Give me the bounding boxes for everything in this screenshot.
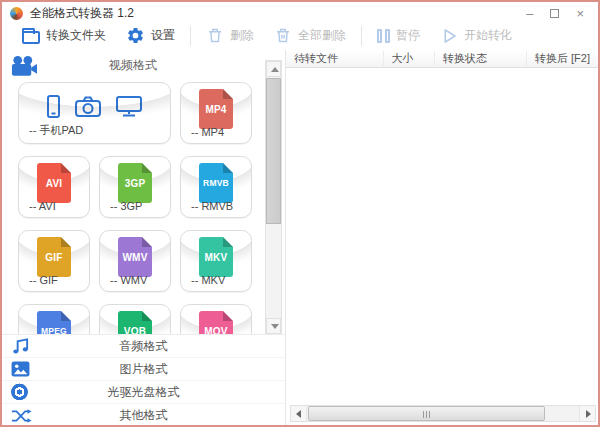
- format-card-vob[interactable]: VOB: [99, 304, 171, 334]
- card-label: -- MKV: [191, 274, 225, 286]
- music-icon: [11, 337, 30, 355]
- format-card-mp4[interactable]: MP4 -- MP4: [180, 82, 252, 144]
- camera-icon: [75, 96, 101, 117]
- settings-button[interactable]: 设置: [116, 26, 185, 45]
- file-icon-wmv: WMV: [118, 237, 152, 277]
- menu-item-image-format[interactable]: 图片格式: [2, 358, 285, 381]
- monitor-icon: [116, 96, 142, 117]
- scroll-left-button[interactable]: [291, 406, 307, 421]
- app-window: { "window": { "title": "全能格式转换器 1.2", "m…: [0, 0, 600, 427]
- card-label: -- 3GP: [110, 200, 142, 212]
- file-icon-gif: GIF: [37, 237, 71, 277]
- convert-folder-button[interactable]: 转换文件夹: [12, 27, 116, 44]
- delete-all-button[interactable]: 全部删除: [264, 26, 356, 45]
- disc-icon: [11, 384, 28, 401]
- trash-icon: [206, 26, 224, 45]
- image-icon: [11, 361, 30, 377]
- app-title: 全能格式转换器 1.2: [30, 5, 134, 22]
- video-camera-icon: [10, 55, 37, 77]
- menu-item-disc-format[interactable]: 光驱光盘格式: [2, 381, 285, 404]
- file-icon-mpeg: MPEG: [37, 311, 71, 334]
- menu-item-audio-format[interactable]: 音频格式: [2, 335, 285, 358]
- card-label: -- 手机PAD: [29, 123, 83, 138]
- file-icon-3gp: 3GP: [118, 163, 152, 203]
- card-label: -- AVI: [29, 200, 56, 212]
- format-card-avi[interactable]: AVI -- AVI: [18, 156, 90, 218]
- format-card-mov[interactable]: MOV: [180, 304, 252, 334]
- maximize-button[interactable]: [550, 9, 559, 18]
- format-card-gif[interactable]: GIF -- GIF: [18, 230, 90, 292]
- close-button[interactable]: ×: [576, 8, 584, 20]
- column-header-pending-file[interactable]: 待转文件: [286, 51, 384, 66]
- column-header-status[interactable]: 转换状态: [435, 51, 527, 66]
- scroll-up-button[interactable]: [266, 61, 281, 77]
- card-label: -- WMV: [110, 274, 147, 286]
- column-header-converted[interactable]: 转换后 [F2]: [527, 51, 598, 66]
- table-header: 待转文件 大小 转换状态 转换后 [F2]: [286, 50, 598, 68]
- file-icon-mkv: MKV: [199, 237, 233, 277]
- format-card-mpeg[interactable]: MPEG: [18, 304, 90, 334]
- format-card-wmv[interactable]: WMV -- WMV: [99, 230, 171, 292]
- title-bar: 全能格式转换器 1.2 – ×: [2, 2, 598, 22]
- toolbar: 转换文件夹 设置 删除 全部删除 暂停 开始转化: [2, 22, 598, 49]
- video-format-header: 视频格式: [2, 50, 285, 82]
- format-grid-scrollbar[interactable]: [265, 60, 282, 335]
- folder-icon: [22, 27, 40, 44]
- window-controls: – ×: [526, 8, 592, 20]
- minimize-button[interactable]: –: [526, 8, 533, 20]
- category-menu: 音频格式 图片格式 光驱光盘格式 其他格式: [2, 334, 285, 427]
- format-card-rmvb[interactable]: RMVB -- RMVB: [180, 156, 252, 218]
- card-label: -- GIF: [29, 274, 58, 286]
- file-icon-mp4: MP4: [199, 89, 233, 129]
- shuffle-icon: [11, 408, 32, 424]
- delete-button[interactable]: 删除: [196, 26, 264, 45]
- trash-all-icon: [274, 26, 292, 45]
- phone-icon: [47, 95, 60, 118]
- format-card-phone-pad[interactable]: -- 手机PAD: [18, 82, 171, 144]
- card-label: -- RMVB: [191, 200, 233, 212]
- hscrollbar-thumb[interactable]: [308, 406, 545, 421]
- start-convert-button[interactable]: 开始转化: [430, 27, 522, 45]
- app-logo-icon: [10, 7, 23, 20]
- pause-icon: [377, 29, 390, 43]
- card-label: -- MP4: [191, 126, 224, 138]
- file-icon-vob: VOB: [118, 311, 152, 334]
- gear-icon: [126, 26, 145, 45]
- play-icon: [440, 27, 458, 45]
- panel-title: 视频格式: [2, 50, 264, 80]
- file-icon-rmvb: RMVB: [199, 163, 233, 203]
- toolbar-separator: [361, 26, 362, 46]
- toolbar-separator: [190, 26, 191, 46]
- scroll-down-button[interactable]: [266, 318, 281, 334]
- format-grid: -- 手机PAD MP4 -- MP4 AVI -- AVI 3GP -- 3G…: [2, 82, 264, 334]
- scrollbar-thumb[interactable]: [266, 78, 281, 224]
- file-list-hscrollbar[interactable]: [290, 405, 596, 422]
- scroll-right-button[interactable]: [579, 406, 595, 421]
- file-list-body[interactable]: [286, 68, 598, 403]
- format-card-3gp[interactable]: 3GP -- 3GP: [99, 156, 171, 218]
- column-header-size[interactable]: 大小: [384, 51, 435, 66]
- format-panel: 视频格式 -- 手机PAD MP4 -- MP4 AVI -- AVI 3GP: [2, 50, 285, 425]
- file-list-panel: 待转文件 大小 转换状态 转换后 [F2]: [285, 50, 598, 425]
- menu-item-other-format[interactable]: 其他格式: [2, 404, 285, 427]
- format-card-mkv[interactable]: MKV -- MKV: [180, 230, 252, 292]
- file-icon-mov: MOV: [199, 311, 233, 334]
- pause-button[interactable]: 暂停: [367, 27, 430, 44]
- file-icon-avi: AVI: [37, 163, 71, 203]
